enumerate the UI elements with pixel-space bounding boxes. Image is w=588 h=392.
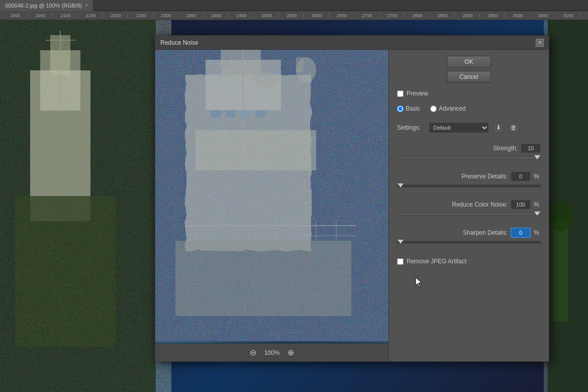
preserve-details-group: Preserve Details: % [397,171,541,188]
ruler-tick: 2950 [479,13,505,18]
remove-jpeg-label[interactable]: Remove JPEG Artifact [407,258,466,265]
svg-rect-42 [155,50,388,341]
ruler-tick: 2350 [178,13,203,18]
sharpen-details-label: Sharpen Details: [463,229,508,236]
preview-pane: ⊖ 100% ⊕ [155,50,389,361]
save-settings-button[interactable]: ⬇ [493,122,504,133]
ok-button[interactable]: OK [447,56,491,68]
preserve-details-slider[interactable] [397,184,541,187]
dialog-body: ⊖ 100% ⊕ OK Cancel Preview [155,50,549,361]
ruler-tick: 2450 [228,13,253,18]
ruler-tick: 2650 [329,13,354,18]
sharpen-details-group: Sharpen Details: % [397,228,541,245]
reduce-color-noise-row: Reduce Color Noise: % [397,200,541,210]
basic-radio[interactable] [397,106,404,112]
settings-select[interactable]: Default [429,122,489,133]
advanced-mode-label[interactable]: Advanced [430,105,465,112]
preview-checkbox[interactable] [397,90,404,97]
strength-slider[interactable] [397,156,541,159]
ruler-tick: 2900 [454,13,479,18]
basic-mode-label[interactable]: Basic [397,105,420,112]
ruler-tick: 2550 [278,13,304,18]
ruler-tick: 2600 [304,13,329,18]
sharpen-details-row: Sharpen Details: % [397,228,541,238]
preview-checkbox-row: Preview [397,90,541,97]
ruler-tick: 2000 [2,13,27,18]
mode-row: Basic Advanced [397,105,541,112]
preserve-details-input[interactable] [511,171,531,181]
sharpen-details-unit: % [534,229,541,236]
cancel-button[interactable]: Cancel [447,71,491,83]
ruler-tick: 2250 [128,13,153,18]
reduce-color-noise-slider[interactable] [397,213,541,216]
ruler-tick: 2300 [153,13,178,18]
ruler-tick: 2400 [203,13,228,18]
settings-label: Settings: [397,124,425,131]
tab-label: 005648-2.jpg @ 100% (RGB/8) [5,3,82,9]
ruler-tick: 2150 [77,13,103,18]
settings-row: Settings: Default ⬇ 🗑 [397,122,541,133]
basic-mode-text: Basic [406,105,420,112]
reduce-color-noise-input[interactable] [511,200,531,210]
ruler-tick: 2800 [404,13,429,18]
preserve-details-row: Preserve Details: % [397,171,541,181]
ruler-tick: 3050 [530,13,555,18]
reduce-noise-dialog: Reduce Noise ✕ [155,35,549,362]
reduce-color-noise-unit: % [534,201,541,208]
ruler-tick: 2100 [52,13,77,18]
ruler-tick: 2050 [27,13,52,18]
tab-close-icon[interactable]: × [85,3,88,8]
ruler-tick: 3150 [580,13,588,18]
zoom-in-button[interactable]: ⊕ [287,348,294,357]
delete-settings-button[interactable]: 🗑 [508,122,519,133]
ruler-tick: 2750 [379,13,404,18]
tab-bar: 005648-2.jpg @ 100% (RGB/8) × [0,0,588,11]
ruler: 2000 2050 2100 2150 2200 2250 2300 2350 … [0,11,588,20]
ruler-tick: 2850 [429,13,454,18]
zoom-level: 100% [264,349,280,356]
preview-controls: ⊖ 100% ⊕ [155,343,388,361]
strength-row: Strength: [397,143,541,153]
svg-rect-11 [553,221,568,322]
preserve-details-unit: % [534,173,541,180]
reduce-color-noise-group: Reduce Color Noise: % [397,200,541,217]
dialog-titlebar: Reduce Noise ✕ [155,36,549,50]
action-buttons: OK Cancel [397,56,541,83]
preserve-details-label: Preserve Details: [462,173,508,180]
sharpen-details-input[interactable] [511,228,531,238]
remove-jpeg-row: Remove JPEG Artifact [397,258,541,265]
file-tab[interactable]: 005648-2.jpg @ 100% (RGB/8) × [0,0,93,11]
controls-pane: OK Cancel Preview Basic Advanc [389,50,549,361]
ruler-tick: 2700 [354,13,379,18]
ruler-tick: 3100 [555,13,580,18]
advanced-mode-text: Advanced [439,105,465,112]
dialog-close-button[interactable]: ✕ [536,39,544,47]
remove-jpeg-checkbox[interactable] [397,258,404,265]
preview-image-container[interactable] [155,50,388,343]
reduce-color-noise-label: Reduce Color Noise: [452,201,508,208]
strength-label: Strength: [493,145,518,152]
strength-input[interactable] [521,143,541,153]
sharpen-details-slider[interactable] [397,241,541,244]
canvas-area: Reduce Noise ✕ [0,20,588,392]
preview-image [155,50,388,343]
ruler-tick: 3000 [505,13,530,18]
ruler-tick: 2500 [253,13,278,18]
dialog-title: Reduce Noise [160,39,198,46]
preview-label[interactable]: Preview [407,90,428,97]
ruler-tick: 2200 [103,13,128,18]
advanced-radio[interactable] [430,106,437,112]
svg-point-12 [548,201,573,231]
zoom-out-button[interactable]: ⊖ [250,348,256,357]
strength-group: Strength: [397,143,541,160]
svg-rect-8 [0,20,156,392]
